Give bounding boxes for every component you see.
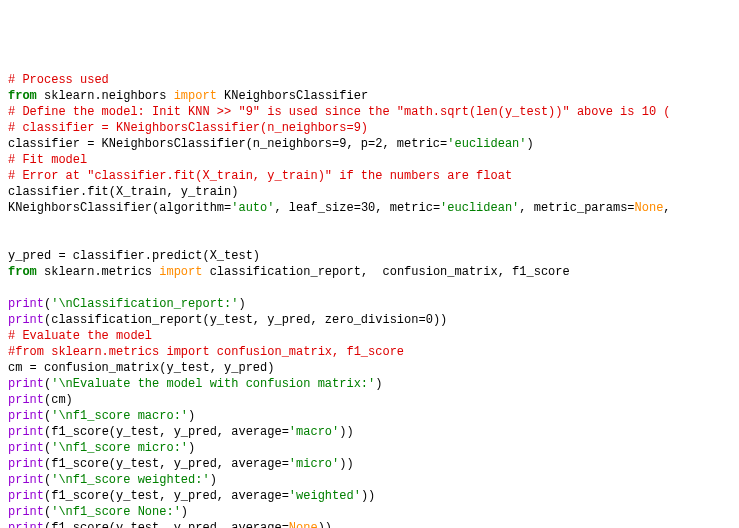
code-token: cm = confusion_matrix(y_test, y_pred): [8, 361, 274, 375]
code-token: 'micro': [289, 457, 339, 471]
code-token: print: [8, 521, 44, 528]
code-token: print: [8, 489, 44, 503]
code-token: (f1_score(y_test, y_pred, average=: [44, 457, 289, 471]
code-line: # classifier = KNeighborsClassifier(n_ne…: [8, 120, 731, 136]
code-line: print(cm): [8, 392, 731, 408]
code-token: KNeighborsClassifier(algorithm=: [8, 201, 231, 215]
code-line: [8, 232, 731, 248]
code-token: '\nEvaluate the model with confusion mat…: [51, 377, 375, 391]
code-line: classifier.fit(X_train, y_train): [8, 184, 731, 200]
code-token: import: [159, 265, 202, 279]
code-token: # Define the model: Init KNN >> "9" is u…: [8, 105, 671, 119]
code-token: import: [174, 89, 217, 103]
code-token: )): [339, 425, 353, 439]
code-line: print('\nf1_score weighted:'): [8, 472, 731, 488]
code-line: print('\nf1_score macro:'): [8, 408, 731, 424]
code-line: print('\nf1_score None:'): [8, 504, 731, 520]
code-token: # Process used: [8, 73, 109, 87]
code-block: # Process usedfrom sklearn.neighbors imp…: [8, 72, 731, 528]
code-line: from sklearn.neighbors import KNeighbors…: [8, 88, 731, 104]
code-token: ): [188, 409, 195, 423]
code-line: classifier = KNeighborsClassifier(n_neig…: [8, 136, 731, 152]
code-token: # classifier = KNeighborsClassifier(n_ne…: [8, 121, 368, 135]
code-line: # Fit model: [8, 152, 731, 168]
code-token: print: [8, 393, 44, 407]
code-token: classifier.fit(X_train, y_train): [8, 185, 238, 199]
code-token: (classification_report(y_test, y_pred, z…: [44, 313, 447, 327]
code-token: '\nf1_score weighted:': [51, 473, 209, 487]
code-line: y_pred = classifier.predict(X_test): [8, 248, 731, 264]
code-line: print(classification_report(y_test, y_pr…: [8, 312, 731, 328]
code-token: print: [8, 313, 44, 327]
code-token: '\nf1_score macro:': [51, 409, 188, 423]
code-token: print: [8, 505, 44, 519]
code-token: classification_report, confusion_matrix,…: [202, 265, 569, 279]
code-line: print(f1_score(y_test, y_pred, average='…: [8, 488, 731, 504]
code-token: ,: [663, 201, 670, 215]
code-line: [8, 216, 731, 232]
code-line: from sklearn.metrics import classificati…: [8, 264, 731, 280]
code-line: KNeighborsClassifier(algorithm='auto', l…: [8, 200, 731, 216]
code-token: '\nf1_score micro:': [51, 441, 188, 455]
code-token: print: [8, 457, 44, 471]
code-token: print: [8, 409, 44, 423]
code-line: print(f1_score(y_test, y_pred, average='…: [8, 424, 731, 440]
code-token: from: [8, 89, 37, 103]
code-token: 'euclidean': [440, 201, 519, 215]
code-line: print('\nf1_score micro:'): [8, 440, 731, 456]
code-token: print: [8, 297, 44, 311]
code-token: (cm): [44, 393, 73, 407]
code-token: )): [339, 457, 353, 471]
code-token: '\nf1_score None:': [51, 505, 181, 519]
code-line: print(f1_score(y_test, y_pred, average=N…: [8, 520, 731, 528]
code-token: # Evaluate the model: [8, 329, 152, 343]
code-token: ): [210, 473, 217, 487]
code-token: )): [361, 489, 375, 503]
code-line: # Evaluate the model: [8, 328, 731, 344]
code-token: , leaf_size=30, metric=: [274, 201, 440, 215]
code-token: '\nClassification_report:': [51, 297, 238, 311]
code-token: , metric_params=: [519, 201, 634, 215]
code-token: ): [375, 377, 382, 391]
code-token: ): [238, 297, 245, 311]
code-token: 'weighted': [289, 489, 361, 503]
code-token: 'euclidean': [447, 137, 526, 151]
code-token: y_pred = classifier.predict(X_test): [8, 249, 260, 263]
code-token: ): [188, 441, 195, 455]
code-line: #from sklearn.metrics import confusion_m…: [8, 344, 731, 360]
code-line: print('\nEvaluate the model with confusi…: [8, 376, 731, 392]
code-token: KNeighborsClassifier: [217, 89, 368, 103]
code-token: print: [8, 441, 44, 455]
code-token: classifier = KNeighborsClassifier(n_neig…: [8, 137, 447, 151]
code-token: (f1_score(y_test, y_pred, average=: [44, 489, 289, 503]
code-token: print: [8, 473, 44, 487]
code-token: 'macro': [289, 425, 339, 439]
code-token: (f1_score(y_test, y_pred, average=: [44, 521, 289, 528]
code-token: #from sklearn.metrics import confusion_m…: [8, 345, 404, 359]
code-token: print: [8, 425, 44, 439]
code-line: # Define the model: Init KNN >> "9" is u…: [8, 104, 731, 120]
code-token: from: [8, 265, 37, 279]
code-token: )): [318, 521, 332, 528]
code-token: (f1_score(y_test, y_pred, average=: [44, 425, 289, 439]
code-token: None: [289, 521, 318, 528]
code-token: sklearn.neighbors: [37, 89, 174, 103]
code-token: ): [527, 137, 534, 151]
code-line: cm = confusion_matrix(y_test, y_pred): [8, 360, 731, 376]
code-token: 'auto': [231, 201, 274, 215]
code-token: # Fit model: [8, 153, 87, 167]
code-token: # Error at "classifier.fit(X_train, y_tr…: [8, 169, 512, 183]
code-line: # Process used: [8, 72, 731, 88]
code-token: sklearn.metrics: [37, 265, 159, 279]
code-token: print: [8, 377, 44, 391]
code-line: [8, 280, 731, 296]
code-line: # Error at "classifier.fit(X_train, y_tr…: [8, 168, 731, 184]
code-line: print(f1_score(y_test, y_pred, average='…: [8, 456, 731, 472]
code-token: None: [635, 201, 664, 215]
code-token: ): [181, 505, 188, 519]
code-line: print('\nClassification_report:'): [8, 296, 731, 312]
